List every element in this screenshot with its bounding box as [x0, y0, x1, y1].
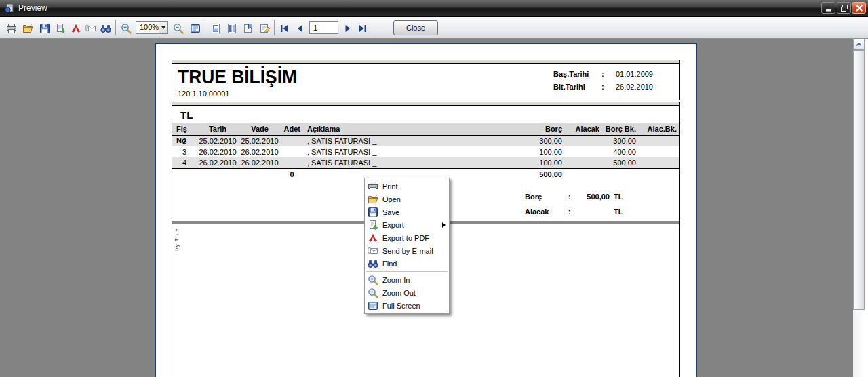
watermark-button[interactable]: [242, 22, 254, 35]
window-right-edge: [865, 39, 868, 377]
account-code: 120.1.10.00001: [178, 90, 229, 98]
end-date-label: Bit.Tarihi: [553, 83, 585, 91]
zoom-in-icon: [121, 23, 132, 34]
watermark-icon: [243, 23, 254, 34]
vertical-scrollbar[interactable]: [853, 39, 865, 377]
menu-item-zoom-out[interactable]: Zoom Out: [365, 286, 449, 299]
cell-alac-bk: [639, 136, 679, 146]
currency-section-row: TL: [172, 106, 679, 123]
cell-aciklama: , SATIS FATURASI _: [303, 136, 521, 146]
scroll-up-button[interactable]: [853, 39, 865, 50]
page-layout-button[interactable]: [226, 22, 238, 35]
close-icon: [855, 4, 863, 12]
close-preview-button[interactable]: Close: [393, 20, 438, 35]
menu-item-label: Save: [382, 208, 399, 216]
page-lines-icon: [226, 23, 237, 34]
export-icon: [55, 23, 66, 34]
toolbar-separator: [115, 20, 116, 35]
first-page-button[interactable]: [278, 22, 290, 35]
next-page-icon: [342, 23, 353, 34]
close-window-button[interactable]: [852, 2, 866, 14]
open-button[interactable]: [22, 22, 34, 35]
last-page-icon: [357, 23, 368, 34]
open-folder-icon: [22, 23, 33, 34]
export-icon: [368, 220, 378, 231]
save-icon: [39, 23, 50, 34]
cell-borc: 300,00: [521, 136, 565, 146]
currency-section-title: TL: [180, 106, 193, 124]
zoom-level-combo[interactable]: 100%: [136, 21, 168, 34]
send-email-button[interactable]: [85, 22, 97, 35]
menu-item-export[interactable]: Export: [365, 218, 449, 231]
menu-item-zoom-in[interactable]: Zoom In: [365, 273, 449, 286]
menu-item-label: Zoom Out: [382, 289, 416, 297]
menu-item-label: Full Screen: [382, 302, 420, 310]
cell-adet: [281, 146, 303, 157]
end-date-colon: :: [601, 83, 604, 91]
cell-borc-bk: 500,00: [602, 157, 639, 168]
page-number-input[interactable]: [309, 21, 338, 34]
summary-borc-unit: TL: [614, 193, 623, 201]
company-name: TRUE BİLİŞİM: [178, 65, 297, 88]
start-date-label: Baş.Tarihi: [553, 70, 589, 78]
next-page-button[interactable]: [342, 22, 354, 35]
menu-item-export-to-pdf[interactable]: Export to PDF: [365, 231, 449, 244]
summary-borc-label: Borç: [525, 193, 542, 201]
menu-item-full-screen[interactable]: Full Screen: [365, 299, 449, 312]
edit-page-button[interactable]: [258, 22, 271, 35]
export-button[interactable]: [54, 22, 66, 35]
scrollbar-thumb[interactable]: [853, 50, 865, 310]
menu-item-label: Find: [382, 260, 397, 268]
zoom-level-value: 100%: [136, 22, 159, 33]
zoom-in-button[interactable]: [120, 22, 132, 35]
save-button[interactable]: [39, 22, 51, 35]
end-date-value: 26.02.2010: [612, 83, 653, 91]
page-margins-button[interactable]: [210, 22, 222, 35]
restore-button[interactable]: [837, 2, 851, 14]
summary-alacak-colon: :: [568, 207, 571, 216]
cell-borc: 100,00: [521, 157, 565, 168]
cell-tarih: 25.02.2010: [197, 136, 239, 146]
full-screen-icon: [190, 23, 201, 34]
menu-item-label: Zoom In: [382, 276, 410, 284]
table-header-row: Fiş No Tarih Vade Adet Açıklama Borç Ala…: [172, 123, 679, 136]
print-button[interactable]: [5, 22, 18, 35]
menu-item-open[interactable]: Open: [365, 193, 449, 205]
cell-vade: 25.02.2010: [239, 136, 281, 146]
cell-fis-no: 3: [172, 146, 197, 157]
zoom-out-button[interactable]: [172, 22, 184, 35]
cell-borc: 100,00: [521, 146, 565, 157]
chevron-down-icon: [161, 26, 165, 29]
total-adet: 0: [281, 169, 303, 180]
cell-alacak: [565, 157, 602, 168]
context-menu: Print Open Save Export Export to PDF Sen…: [364, 178, 450, 314]
cell-alac-bk: [639, 157, 679, 168]
cell-tarih: 26.02.2010: [197, 146, 239, 157]
find-icon: [368, 258, 378, 269]
title-bar: Preview: [0, 0, 868, 17]
report-header-box: TRUE BİLİŞİM 120.1.10.00001 Baş.Tarihi :…: [172, 60, 680, 100]
prev-page-button[interactable]: [294, 22, 306, 35]
summary-borc-value: 500,00: [569, 193, 610, 201]
menu-item-save[interactable]: Save: [365, 205, 449, 218]
watermark-text: by True: [174, 228, 180, 251]
menu-item-label: Export: [382, 221, 404, 229]
submenu-arrow-icon: [442, 222, 446, 228]
table-row: 2 25.02.2010 25.02.2010 , SATIS FATURASI…: [172, 136, 679, 146]
restore-icon: [840, 4, 848, 12]
menu-item-send-by-email[interactable]: Send by E-mail: [365, 244, 449, 257]
find-button[interactable]: [100, 22, 112, 35]
full-screen-button[interactable]: [189, 22, 201, 35]
total-borc: 500,00: [521, 169, 565, 180]
pdf-icon: [71, 23, 81, 34]
combo-dropdown-button[interactable]: [159, 22, 167, 33]
menu-item-find[interactable]: Find: [365, 257, 449, 270]
last-page-button[interactable]: [357, 22, 369, 35]
minimize-button[interactable]: [821, 2, 835, 14]
cell-borc-bk: 400,00: [602, 146, 639, 157]
export-pdf-button[interactable]: [70, 22, 82, 35]
prev-page-icon: [294, 23, 305, 34]
cell-adet: [281, 157, 303, 168]
menu-item-print[interactable]: Print: [365, 180, 449, 193]
cell-alacak: [565, 136, 602, 146]
